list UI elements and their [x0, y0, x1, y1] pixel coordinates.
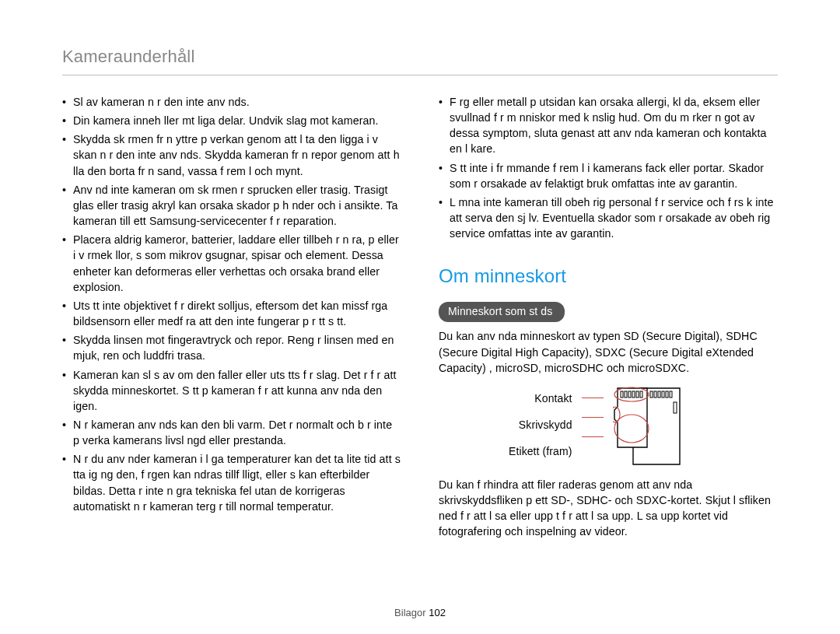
title-rule	[62, 75, 778, 75]
list-item: Uts tt inte objektivet f r direkt sollju…	[62, 298, 401, 329]
left-column: Sl av kameran n r den inte anv nds. Din …	[62, 94, 401, 539]
list-item: Kameran kan sl s av om den faller eller …	[62, 367, 401, 414]
list-item: Anv nd inte kameran om sk rmen r sprucke…	[62, 182, 401, 229]
list-item: Sl av kameran n r den inte anv nds.	[62, 94, 401, 110]
svg-rect-11	[670, 391, 672, 398]
list-item: Skydda sk rmen fr n yttre p verkan genom…	[62, 131, 401, 178]
list-item: Placera aldrig kameror, batterier, ladda…	[62, 232, 401, 295]
sd-label-front: Etikett (fram)	[509, 444, 572, 460]
svg-rect-6	[650, 391, 653, 398]
memory-paragraph-2: Du kan f rhindra att filer raderas genom…	[439, 477, 778, 540]
memory-paragraph-1: Du kan anv nda minneskort av typen SD (S…	[439, 328, 778, 375]
footer-page-number: 102	[429, 607, 446, 618]
list-item: L mna inte kameran till obeh rig persona…	[439, 194, 778, 241]
list-item: N r kameran anv nds kan den bli varm. De…	[62, 417, 401, 448]
list-item: N r du anv nder kameran i l ga temperatu…	[62, 451, 401, 514]
left-bullet-list: Sl av kameran n r den inte anv nds. Din …	[62, 94, 401, 514]
page-title: Kameraunderhåll	[62, 47, 778, 67]
page-footer: Bilagor 102	[0, 607, 840, 618]
svg-rect-9	[662, 391, 664, 398]
svg-rect-7	[654, 391, 656, 398]
svg-rect-8	[658, 391, 660, 398]
list-item: F rg eller metall p utsidan kan orsaka a…	[439, 94, 778, 157]
svg-rect-10	[666, 391, 668, 398]
sd-card-diagram: Kontakt Skrivskydd Etikett (fram)	[439, 387, 778, 468]
right-column: F rg eller metall p utsidan kan orsaka a…	[439, 94, 778, 539]
sd-card-icon	[613, 387, 683, 468]
svg-rect-12	[674, 402, 677, 413]
supported-cards-pill: Minneskort som st ds	[439, 302, 565, 322]
list-item: Skydda linsen mot fingeravtryck och repo…	[62, 332, 401, 363]
list-item: Din kamera inneh ller mt liga delar. Und…	[62, 113, 401, 128]
right-bullet-list-top: F rg eller metall p utsidan kan orsaka a…	[439, 94, 778, 241]
two-column-layout: Sl av kameran n r den inte anv nds. Din …	[62, 94, 778, 539]
sd-label-write-protect: Skrivskydd	[509, 418, 572, 433]
memory-card-heading: Om minneskort	[439, 263, 778, 289]
footer-section-label: Bilagor	[394, 607, 425, 618]
list-item: S tt inte i fr mmande f rem l i kamerans…	[439, 160, 778, 191]
sd-connector-lines	[582, 387, 604, 437]
sd-label-contact: Kontakt	[509, 391, 572, 407]
